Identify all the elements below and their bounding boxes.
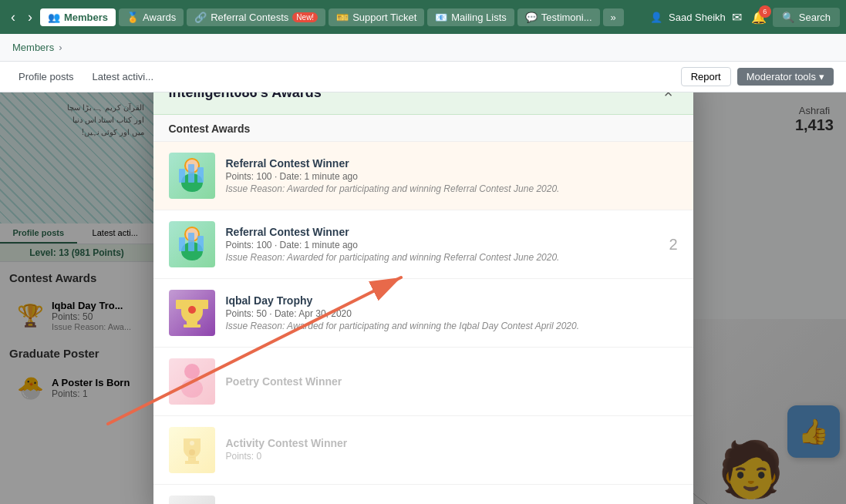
award-icon-activity (169, 427, 215, 473)
award-item-referral1: Referral Contest Winner Points: 100 · Da… (153, 142, 693, 210)
tab-profile-posts[interactable]: Profile posts (12, 68, 80, 86)
award-reason-referral1: Issue Reason: Awarded for participating … (226, 183, 560, 194)
award-icon-referral2 (169, 221, 215, 267)
user-info: 👤 Saad Sheikh (650, 12, 726, 23)
tab-referral[interactable]: 🔗 Referral Contests New! (187, 8, 325, 26)
notif-count: 6 (759, 5, 771, 18)
svg-rect-13 (184, 324, 201, 328)
award-item-referral2: Referral Contest Winner Points: 100 · Da… (153, 210, 693, 279)
award-item-queen: Queen of Thieves Points: 0 (153, 485, 693, 504)
breadcrumb-members[interactable]: Members (12, 42, 54, 53)
search-button[interactable]: 🔍 Search (773, 8, 840, 27)
award-meta-referral1: Points: 100 · Date: 1 minute ago (226, 171, 560, 182)
report-button[interactable]: Report (681, 67, 731, 86)
support-icon: 🎫 (336, 12, 349, 23)
tab-support[interactable]: 🎫 Support Ticket (329, 8, 424, 26)
referral-icon: 🔗 (194, 12, 207, 23)
svg-point-21 (189, 449, 195, 455)
breadcrumb-separator: › (59, 42, 62, 53)
top-navigation: ‹ › 👥 Members 🏅 Awards 🔗 Referral Contes… (0, 0, 846, 34)
awards-icon: 🏅 (126, 12, 139, 23)
dropdown-icon: ▾ (819, 71, 824, 82)
poetry-award-svg (170, 359, 214, 404)
awards-modal: intelligent086's Awards × Contest Awards (153, 92, 693, 504)
new-badge: New! (292, 12, 318, 22)
main-content: القرآن کریم ہے بڑا سچا اور کتاب استاد اس… (0, 92, 846, 504)
modal-overlay[interactable]: intelligent086's Awards × Contest Awards (0, 92, 846, 504)
messages-button[interactable]: ✉ (729, 7, 745, 28)
queen-award-svg (170, 496, 214, 504)
svg-rect-3 (179, 169, 185, 183)
svg-point-18 (181, 379, 203, 398)
award-name-activity: Activity Contest Winner (226, 437, 348, 449)
back-button[interactable]: ‹ (6, 6, 20, 29)
svg-point-17 (184, 364, 200, 379)
award-details-referral2: Referral Contest Winner Points: 100 · Da… (226, 226, 560, 263)
forward-button[interactable]: › (23, 6, 37, 29)
tab-mailing[interactable]: 📧 Mailing Lists (427, 8, 514, 26)
award-name-poetry: Poetry Contest Winner (226, 375, 342, 388)
svg-rect-19 (188, 457, 196, 461)
award-number-2: 2 (669, 236, 677, 254)
svg-rect-10 (188, 233, 194, 251)
award-reason-iqbal: Issue Reason: Awarded for participating … (226, 321, 580, 331)
mailing-icon: 📧 (435, 12, 447, 23)
activity-award-svg (170, 428, 214, 472)
svg-rect-11 (197, 236, 204, 251)
tab-testimonial[interactable]: 💬 Testimoni... (517, 8, 600, 26)
referral-award-svg (170, 153, 214, 198)
secondary-navigation: Profile posts Latest activi... Report Mo… (0, 62, 846, 92)
username-label: Saad Sheikh (669, 12, 726, 23)
award-item-iqbal: Iqbal Day Trophy Points: 50 · Date: Apr … (153, 279, 693, 348)
award-icon-poetry (169, 358, 215, 405)
award-item-activity: Activity Contest Winner Points: 0 (153, 416, 693, 485)
tab-more[interactable]: » (603, 8, 624, 26)
award-name-referral1: Referral Contest Winner (226, 157, 560, 170)
svg-point-16 (188, 306, 196, 314)
svg-rect-15 (202, 300, 208, 309)
award-reason-referral2: Issue Reason: Awarded for participating … (226, 252, 560, 263)
award-icon-iqbal (169, 290, 215, 336)
award-details-activity: Activity Contest Winner Points: 0 (226, 437, 348, 463)
tab-latest-activity[interactable]: Latest activi... (86, 68, 160, 86)
moderator-tools-button[interactable]: Moderator tools ▾ (737, 68, 834, 86)
svg-rect-20 (185, 461, 199, 464)
award-meta-activity: Points: 0 (226, 451, 348, 462)
award-details-iqbal: Iqbal Day Trophy Points: 50 · Date: Apr … (226, 294, 580, 331)
award-meta-referral2: Points: 100 · Date: 1 minute ago (226, 240, 560, 250)
svg-rect-14 (176, 300, 182, 309)
svg-rect-9 (179, 237, 185, 251)
iqbal-award-svg (170, 291, 214, 335)
svg-rect-4 (188, 164, 194, 183)
award-icon-referral1 (169, 153, 215, 199)
search-icon: 🔍 (782, 12, 794, 23)
testimonial-icon: 💬 (525, 12, 538, 23)
members-icon: 👥 (48, 12, 60, 23)
user-avatar-icon: 👤 (650, 12, 662, 23)
svg-point-22 (190, 441, 194, 445)
award-name-referral2: Referral Contest Winner (226, 226, 560, 238)
award-meta-iqbal: Points: 50 · Date: Apr 30, 2020 (226, 308, 580, 319)
modal-body: Referral Contest Winner Points: 100 · Da… (153, 142, 693, 504)
award-details-referral1: Referral Contest Winner Points: 100 · Da… (226, 157, 560, 194)
modal-close-button[interactable]: × (659, 92, 678, 102)
award-icon-queen (169, 496, 215, 504)
referral2-award-svg (170, 222, 214, 267)
modal-title: intelligent086's Awards (169, 92, 322, 101)
award-item-poetry: Poetry Contest Winner (153, 348, 693, 416)
breadcrumb: Members › (0, 34, 846, 62)
svg-rect-5 (197, 167, 204, 183)
modal-section-label: Contest Awards (153, 115, 693, 142)
notifications-button[interactable]: 🔔 6 (748, 7, 770, 28)
tab-awards[interactable]: 🏅 Awards (119, 8, 184, 26)
modal-header: intelligent086's Awards × (153, 92, 693, 115)
award-details-poetry: Poetry Contest Winner (226, 375, 342, 388)
tab-members[interactable]: 👥 Members (40, 8, 116, 26)
award-name-iqbal: Iqbal Day Trophy (226, 294, 580, 307)
